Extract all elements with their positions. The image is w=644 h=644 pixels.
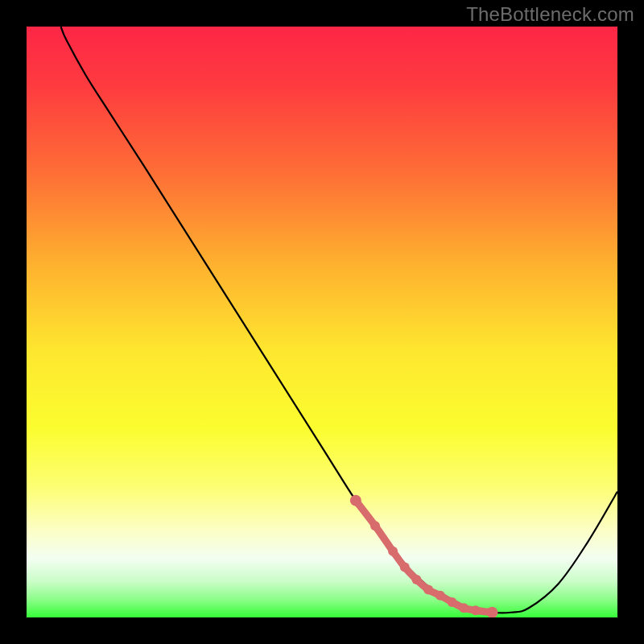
- highlight-dot: [436, 591, 445, 601]
- gradient-background: [27, 27, 617, 617]
- highlight-dot: [400, 563, 410, 572]
- chart-frame: TheBottleneck.com: [0, 0, 644, 644]
- chart-svg: [27, 27, 617, 617]
- plot-area: [27, 27, 617, 617]
- watermark-text: TheBottleneck.com: [466, 3, 634, 26]
- highlight-dot: [350, 495, 361, 506]
- highlight-dot: [370, 521, 380, 530]
- highlight-dot: [459, 603, 469, 613]
- highlight-dot: [388, 547, 398, 556]
- highlight-dot: [471, 605, 481, 615]
- highlight-dot: [423, 585, 433, 595]
- highlight-dot: [447, 597, 456, 607]
- highlight-dot: [411, 575, 421, 584]
